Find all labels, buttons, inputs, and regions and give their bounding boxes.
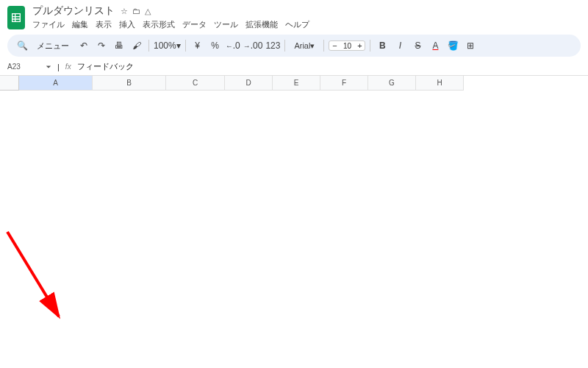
column-header[interactable]: A bbox=[19, 76, 93, 91]
print-icon[interactable]: 🖶 bbox=[112, 38, 126, 53]
cloud-icon[interactable]: △ bbox=[145, 7, 151, 16]
doc-title[interactable]: プルダウンリスト bbox=[32, 4, 115, 18]
menu-ツール[interactable]: ツール bbox=[214, 19, 238, 30]
menu-表示[interactable]: 表示 bbox=[96, 19, 112, 30]
borders-button[interactable]: ⊞ bbox=[463, 38, 478, 53]
menus-button[interactable]: メニュー bbox=[32, 39, 74, 53]
menu-ヘルプ[interactable]: ヘルプ bbox=[285, 19, 309, 30]
currency-button[interactable]: ¥ bbox=[190, 38, 205, 53]
menu-編集[interactable]: 編集 bbox=[72, 19, 88, 30]
strikethrough-button[interactable]: S bbox=[410, 38, 425, 53]
decrease-decimal-button[interactable]: ←.0 bbox=[226, 38, 240, 53]
formula-bar[interactable]: フィードバック bbox=[77, 61, 134, 72]
column-header[interactable]: B bbox=[93, 76, 166, 91]
column-header[interactable]: E bbox=[273, 76, 320, 91]
menu-ファイル[interactable]: ファイル bbox=[32, 19, 65, 30]
column-header[interactable]: D bbox=[225, 76, 273, 91]
menu-拡張機能[interactable]: 拡張機能 bbox=[245, 19, 278, 30]
menu-データ[interactable]: データ bbox=[182, 19, 207, 30]
menu-bar: ファイル編集表示挿入表示形式データツール拡張機能ヘルプ bbox=[32, 19, 581, 30]
sheets-icon[interactable] bbox=[7, 6, 25, 29]
toolbar: 🔍 メニュー ↶ ↷ 🖶 🖌 100% ▾ ¥ % ←.0 →.00 123 A… bbox=[7, 35, 581, 57]
column-header[interactable]: H bbox=[416, 76, 464, 91]
sheet[interactable]: ABCDEFGH 表_1 タスク◔ ステータス📅 日付列 2列 3列 4 8参加… bbox=[0, 76, 588, 91]
italic-button[interactable]: I bbox=[392, 38, 407, 53]
font-select[interactable]: Arial ▾ bbox=[290, 38, 319, 53]
column-header[interactable]: F bbox=[320, 76, 368, 91]
star-icon[interactable]: ☆ bbox=[121, 7, 128, 16]
select-all-corner[interactable] bbox=[0, 76, 19, 91]
text-color-button[interactable]: A bbox=[428, 38, 442, 53]
fill-color-button[interactable]: 🪣 bbox=[445, 38, 460, 53]
column-header[interactable]: C bbox=[166, 76, 225, 91]
name-box[interactable]: A23 bbox=[7, 63, 51, 71]
annotation-arrow-icon bbox=[4, 228, 70, 324]
increase-font-icon[interactable]: + bbox=[354, 41, 365, 50]
divider: | bbox=[57, 63, 60, 71]
fx-icon: fx bbox=[65, 63, 71, 71]
column-header[interactable]: G bbox=[368, 76, 416, 91]
header: プルダウンリスト ☆ 🗀 △ ファイル編集表示挿入表示形式データツール拡張機能ヘ… bbox=[0, 0, 588, 32]
menu-表示形式[interactable]: 表示形式 bbox=[143, 19, 175, 30]
column-headers: ABCDEFGH bbox=[0, 76, 588, 91]
decrease-font-icon[interactable]: − bbox=[329, 41, 340, 50]
zoom-select[interactable]: 100% ▾ bbox=[154, 38, 181, 53]
formula-bar-row: A23 | fx フィードバック bbox=[0, 60, 588, 76]
menu-挿入[interactable]: 挿入 bbox=[119, 19, 135, 30]
percent-button[interactable]: % bbox=[208, 38, 223, 53]
format-number-button[interactable]: 123 bbox=[265, 38, 280, 53]
move-icon[interactable]: 🗀 bbox=[132, 7, 140, 16]
font-size-stepper[interactable]: − 10 + bbox=[329, 40, 365, 51]
svg-line-3 bbox=[7, 232, 59, 316]
paint-format-icon[interactable]: 🖌 bbox=[129, 38, 144, 53]
redo-icon[interactable]: ↷ bbox=[94, 38, 109, 53]
increase-decimal-button[interactable]: →.00 bbox=[243, 38, 263, 53]
search-icon[interactable]: 🔍 bbox=[15, 38, 29, 53]
bold-button[interactable]: B bbox=[375, 38, 390, 53]
undo-icon[interactable]: ↶ bbox=[76, 38, 91, 53]
